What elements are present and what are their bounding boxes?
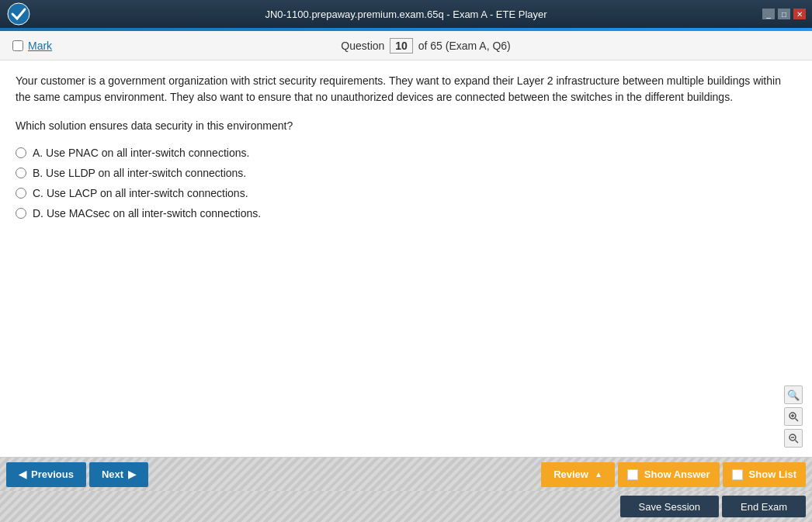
choice-a-label: A. Use PNAC on all inter-switch connecti… xyxy=(33,147,249,159)
nav-bar: ◀ Previous Next ▶ Review ▲ Show Answer S… xyxy=(0,457,812,491)
choice-b-label: B. Use LLDP on all inter-switch connecti… xyxy=(33,167,246,179)
show-list-label: Show List xyxy=(749,468,796,480)
show-answer-label: Show Answer xyxy=(644,468,710,480)
action-bar: Save Session End Exam xyxy=(0,491,812,522)
choices-section: A. Use PNAC on all inter-switch connecti… xyxy=(16,147,796,220)
choice-d-label: D. Use MACsec on all inter-switch connec… xyxy=(33,207,261,220)
show-answer-button[interactable]: Show Answer xyxy=(618,462,720,487)
svg-line-2 xyxy=(796,419,799,422)
previous-chevron-left: ◀ xyxy=(19,468,26,480)
window-controls[interactable]: _ □ ✕ xyxy=(762,9,806,19)
choice-a[interactable]: A. Use PNAC on all inter-switch connecti… xyxy=(16,147,796,159)
next-chevron-right: ▶ xyxy=(128,468,136,480)
maximize-button[interactable]: □ xyxy=(778,9,790,19)
review-label: Review xyxy=(553,468,588,480)
show-answer-checkbox xyxy=(627,469,638,480)
next-label: Next xyxy=(102,468,123,480)
mark-checkbox-label[interactable]: Mark xyxy=(12,40,52,52)
content-area: Your customer is a government organizati… xyxy=(0,60,812,457)
zoom-in-button[interactable] xyxy=(784,407,803,426)
mark-checkbox-input[interactable] xyxy=(12,40,23,51)
question-info: Question 10 of 65 (Exam A, Q6) xyxy=(341,38,510,54)
radio-b[interactable] xyxy=(16,168,26,178)
question-number-box: 10 xyxy=(390,38,413,54)
choice-d[interactable]: D. Use MACsec on all inter-switch connec… xyxy=(16,207,796,220)
window-title: JN0-1100.prepaway.premium.exam.65q - Exa… xyxy=(265,9,547,20)
question-subtext: Which solution ensures data security in … xyxy=(16,118,796,134)
radio-c[interactable] xyxy=(16,188,26,199)
choice-c-label: C. Use LACP on all inter-switch connecti… xyxy=(33,187,248,199)
question-paragraph-1: Your customer is a government organizati… xyxy=(16,74,781,103)
of-label: of 65 (Exam A, Q6) xyxy=(418,40,511,52)
close-button[interactable]: ✕ xyxy=(793,9,806,19)
zoom-in-icon xyxy=(788,411,799,422)
previous-button[interactable]: ◀ Previous xyxy=(6,462,86,487)
save-session-button[interactable]: Save Session xyxy=(620,496,720,517)
review-chevron-icon: ▲ xyxy=(595,470,602,479)
minimize-button[interactable]: _ xyxy=(762,9,775,19)
svg-point-0 xyxy=(8,3,29,25)
choice-c[interactable]: C. Use LACP on all inter-switch connecti… xyxy=(16,187,796,199)
radio-d[interactable] xyxy=(16,208,26,219)
vumingo-logo xyxy=(6,2,31,26)
title-bar-left xyxy=(6,2,31,26)
zoom-controls: 🔍 xyxy=(784,385,803,448)
zoom-out-button[interactable] xyxy=(784,429,803,448)
choice-b[interactable]: B. Use LLDP on all inter-switch connecti… xyxy=(16,167,796,179)
radio-a[interactable] xyxy=(16,147,26,158)
title-bar: JN0-1100.prepaway.premium.exam.65q - Exa… xyxy=(0,0,812,28)
show-list-checkbox xyxy=(732,469,743,480)
mark-label: Mark xyxy=(28,40,52,52)
header-row: Mark Question 10 of 65 (Exam A, Q6) xyxy=(0,31,812,60)
svg-line-6 xyxy=(796,441,799,444)
question-label: Question xyxy=(341,40,384,52)
search-button[interactable]: 🔍 xyxy=(784,385,803,404)
zoom-out-icon xyxy=(788,433,799,444)
previous-label: Previous xyxy=(31,468,74,480)
question-text: Your customer is a government organizati… xyxy=(16,73,796,105)
question-paragraph-2: Which solution ensures data security in … xyxy=(16,119,293,132)
review-button[interactable]: Review ▲ xyxy=(541,462,615,487)
show-list-button[interactable]: Show List xyxy=(723,462,806,487)
end-exam-button[interactable]: End Exam xyxy=(722,496,806,517)
next-button[interactable]: Next ▶ xyxy=(89,462,148,487)
